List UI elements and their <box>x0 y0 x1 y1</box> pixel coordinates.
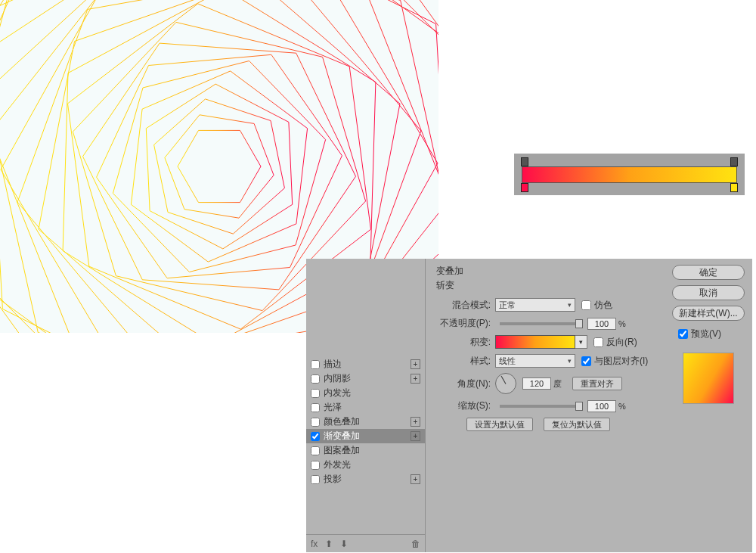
style-label: 内阴影 <box>324 372 351 385</box>
style-row[interactable]: 描边+ <box>306 357 425 371</box>
style-checkbox[interactable] <box>311 432 320 441</box>
opacity-stop-right[interactable] <box>730 157 738 166</box>
opacity-stop-left[interactable] <box>521 157 528 166</box>
angle-value[interactable]: 120 <box>522 377 551 390</box>
style-row[interactable]: 颜色叠加+ <box>306 415 425 429</box>
gradient-track[interactable] <box>522 166 737 183</box>
svg-marker-5 <box>113 61 325 272</box>
svg-marker-4 <box>131 71 307 262</box>
styles-list: 描边+内阴影+内发光光泽颜色叠加+渐变叠加+图案叠加外发光投影+ <box>306 259 425 534</box>
reset-align-button[interactable]: 重置对齐 <box>572 377 622 390</box>
style-row[interactable]: 图案叠加 <box>306 443 425 458</box>
style-checkbox[interactable] <box>311 403 320 412</box>
style-checkbox[interactable] <box>311 475 320 484</box>
set-default-button[interactable]: 设置为默认值 <box>466 418 533 431</box>
chevron-down-icon: ▾ <box>568 301 572 309</box>
style-row[interactable]: 外发光 <box>306 458 425 472</box>
arrow-up-icon[interactable]: ⬆ <box>325 539 333 549</box>
style-row[interactable]: 渐变叠加+ <box>306 429 425 443</box>
scale-slider[interactable] <box>500 405 583 408</box>
gradient-editor[interactable] <box>514 154 745 195</box>
svg-marker-2 <box>154 99 285 234</box>
angle-unit: 度 <box>553 378 562 390</box>
style-select[interactable]: 线性 ▾ <box>495 354 575 368</box>
layer-style-dialog: 描边+内阴影+内发光光泽颜色叠加+渐变叠加+图案叠加外发光投影+ fx ⬆ ⬇ … <box>306 259 752 552</box>
style-label: 投影 <box>324 473 342 486</box>
scale-value[interactable]: 100 <box>587 400 616 412</box>
add-effect-icon[interactable]: + <box>411 417 420 427</box>
reverse-label: 反向(R) <box>606 336 637 349</box>
cancel-button[interactable]: 取消 <box>672 285 745 300</box>
style-label: 外发光 <box>324 458 351 471</box>
gradient-label: 积变: <box>436 336 491 349</box>
style-label: 样式: <box>436 355 491 368</box>
styles-footer: fx ⬆ ⬇ 🗑 <box>306 534 425 552</box>
color-stop-right[interactable] <box>730 183 738 192</box>
svg-marker-7 <box>83 43 356 290</box>
color-stop-left[interactable] <box>521 183 528 192</box>
style-checkbox[interactable] <box>311 418 320 427</box>
style-label: 渐变叠加 <box>324 430 360 443</box>
style-label: 内发光 <box>324 387 351 399</box>
fx-label[interactable]: fx <box>311 539 318 549</box>
style-row[interactable]: 光泽 <box>306 400 425 415</box>
scale-label: 缩放(S): <box>436 399 491 412</box>
style-label: 光泽 <box>324 401 342 414</box>
add-effect-icon[interactable]: + <box>411 374 420 384</box>
align-checkbox[interactable] <box>581 356 591 366</box>
style-checkbox[interactable] <box>311 374 320 384</box>
opacity-value[interactable]: 100 <box>587 318 616 330</box>
arrow-down-icon[interactable]: ⬇ <box>340 539 348 549</box>
style-label: 描边 <box>324 358 342 371</box>
angle-label: 角度(N): <box>436 377 491 390</box>
svg-marker-0 <box>178 130 261 202</box>
align-label: 与图层对齐(I) <box>594 355 648 368</box>
preview-label: 预览(V) <box>691 328 721 340</box>
add-effect-icon[interactable]: + <box>411 431 420 441</box>
trash-icon[interactable]: 🗑 <box>411 539 420 549</box>
dither-label: 仿色 <box>594 299 612 312</box>
blend-mode-select[interactable]: 正常 ▾ <box>495 298 575 312</box>
styles-panel: 描边+内阴影+内发光光泽颜色叠加+渐变叠加+图案叠加外发光投影+ fx ⬆ ⬇ … <box>306 259 426 552</box>
style-label: 图案叠加 <box>324 444 360 457</box>
style-row[interactable]: 内阴影+ <box>306 371 425 386</box>
reset-default-button[interactable]: 复位为默认值 <box>544 418 610 431</box>
opacity-label: 不透明度(P): <box>436 317 491 330</box>
gradient-swatch[interactable] <box>495 335 575 349</box>
preview-swatch <box>683 353 734 404</box>
section-title: 变叠加 <box>436 265 657 278</box>
dither-checkbox[interactable] <box>581 300 591 310</box>
blend-mode-label: 混合模式: <box>436 299 491 312</box>
style-row[interactable]: 投影+ <box>306 472 425 486</box>
style-checkbox[interactable] <box>311 389 320 398</box>
add-effect-icon[interactable]: + <box>411 474 420 484</box>
style-label: 颜色叠加 <box>324 415 360 428</box>
gradient-dropdown[interactable]: ▾ <box>575 335 587 349</box>
style-row[interactable]: 内发光 <box>306 386 425 400</box>
angle-dial[interactable] <box>495 373 516 394</box>
opacity-slider[interactable] <box>500 322 583 325</box>
new-style-button[interactable]: 新建样式(W)... <box>672 306 745 321</box>
add-effect-icon[interactable]: + <box>411 359 420 369</box>
section-sub: 斩变 <box>436 279 657 292</box>
chevron-down-icon: ▾ <box>568 357 572 365</box>
style-checkbox[interactable] <box>311 461 320 470</box>
ok-button[interactable]: 确定 <box>672 265 745 280</box>
style-checkbox[interactable] <box>311 360 320 369</box>
gradient-overlay-settings: 变叠加 斩变 混合模式: 正常 ▾ 仿色 不透明度(P): 100 % 积变: <box>426 259 665 552</box>
reverse-checkbox[interactable] <box>593 337 603 347</box>
preview-checkbox[interactable] <box>678 329 688 339</box>
svg-marker-6 <box>97 54 342 278</box>
style-checkbox[interactable] <box>311 446 320 455</box>
dialog-actions: 确定 取消 新建样式(W)... 预览(V) <box>665 259 752 552</box>
